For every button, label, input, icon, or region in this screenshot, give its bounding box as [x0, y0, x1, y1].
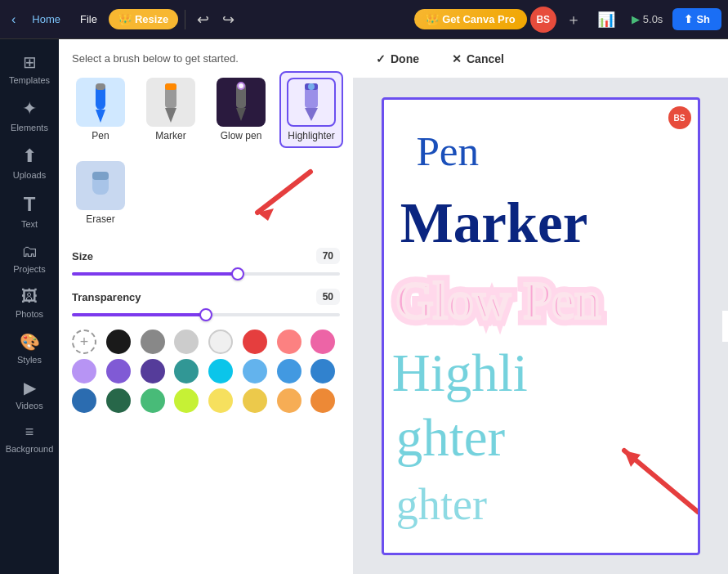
size-slider-thumb[interactable]: [231, 267, 244, 280]
sidebar-item-text[interactable]: T Text: [3, 186, 56, 235]
color-swatch-yellow[interactable]: [208, 388, 233, 413]
share-icon: ⬆: [684, 13, 693, 25]
eraser-label: Eraser: [86, 213, 114, 225]
sidebar-item-styles[interactable]: 🎨 Styles: [3, 325, 56, 371]
color-swatch-teal[interactable]: [174, 359, 199, 383]
brush-pen[interactable]: Pen: [69, 71, 132, 148]
color-swatch-red[interactable]: [243, 330, 267, 354]
transparency-value: 50: [316, 289, 340, 305]
brush-panel: Select a brush below to get started. Pen: [59, 39, 353, 574]
brush-eraser[interactable]: Eraser: [69, 155, 132, 231]
back-chevron-icon[interactable]: ‹: [7, 9, 20, 30]
size-section: Size 70: [59, 241, 353, 282]
crown-icon: 👑: [118, 13, 132, 25]
sidebar-label-uploads: Uploads: [13, 170, 46, 180]
svg-text:Glow Pen: Glow Pen: [395, 272, 600, 330]
sidebar: ⊞ Templates ✦ Elements ⬆ Uploads T Text …: [0, 39, 59, 574]
sidebar-label-text: Text: [21, 219, 38, 229]
avatar[interactable]: BS: [530, 7, 556, 33]
sidebar-item-elements[interactable]: ✦ Elements: [3, 92, 56, 139]
checkmark-icon: ✓: [376, 52, 386, 65]
done-button[interactable]: ✓ Done: [366, 47, 429, 70]
color-swatch-salmon[interactable]: [277, 330, 301, 354]
svg-rect-5: [165, 83, 176, 90]
pen-icon: [76, 78, 125, 127]
color-swatch-purple[interactable]: [106, 359, 131, 383]
sidebar-item-background[interactable]: ≡ Background: [3, 417, 56, 460]
color-swatch-gold[interactable]: [243, 388, 267, 413]
color-swatch-cyan[interactable]: [208, 359, 233, 383]
svg-marker-7: [236, 108, 246, 121]
color-swatch-light-blue[interactable]: [277, 359, 301, 383]
transparency-slider[interactable]: [72, 313, 340, 316]
color-swatch-lavender[interactable]: [72, 359, 96, 383]
topbar: ‹ Home File 👑 Resize ↩ ↪ 👑 Get Canva Pro…: [0, 0, 728, 39]
undo-button[interactable]: ↩: [192, 7, 214, 32]
pen-label: Pen: [92, 130, 109, 141]
svg-rect-2: [96, 83, 105, 90]
marker-icon: [146, 78, 195, 127]
cancel-button[interactable]: ✕ Cancel: [442, 47, 514, 70]
get-pro-button[interactable]: 👑 Get Canva Pro: [414, 9, 527, 29]
sidebar-label-templates: Templates: [9, 75, 50, 85]
color-swatch-hot-pink[interactable]: [310, 330, 335, 354]
chart-button[interactable]: 📊: [591, 7, 622, 32]
add-user-button[interactable]: ＋: [560, 7, 587, 33]
transparency-section: Transparency 50: [59, 282, 353, 323]
svg-point-9: [239, 83, 243, 88]
sidebar-item-templates[interactable]: ⊞ Templates: [3, 46, 56, 92]
transparency-label: Transparency: [72, 291, 141, 303]
transparency-slider-thumb[interactable]: [199, 308, 212, 321]
brush-marker[interactable]: Marker: [139, 71, 203, 148]
color-swatch-add[interactable]: +: [72, 330, 96, 354]
brush-glow-pen[interactable]: Glow pen: [209, 71, 273, 148]
size-slider[interactable]: [72, 272, 340, 276]
svg-marker-1: [96, 110, 105, 123]
color-swatch-white[interactable]: [208, 330, 233, 354]
color-swatch-yellow-green[interactable]: [174, 388, 199, 413]
svg-text:Pen: Pen: [416, 128, 479, 174]
svg-marker-11: [305, 108, 318, 121]
color-swatch-green[interactable]: [141, 388, 165, 413]
color-swatch-black[interactable]: [106, 330, 131, 354]
undo-redo-group: ↩ ↪: [192, 7, 239, 32]
drawing-canvas[interactable]: BS Pen Marker Glow Pen Glow Pen Highli g…: [382, 97, 700, 555]
share-button[interactable]: ⬆ Sh: [672, 8, 721, 30]
color-swatch-light-gray[interactable]: [174, 330, 199, 354]
home-button[interactable]: Home: [24, 8, 69, 30]
svg-rect-15: [92, 172, 109, 180]
color-swatch-indigo[interactable]: [141, 359, 165, 383]
sidebar-item-uploads[interactable]: ⬆ Uploads: [3, 139, 56, 186]
sidebar-item-projects[interactable]: 🗂 Projects: [3, 235, 56, 280]
transparency-label-row: Transparency 50: [72, 289, 340, 305]
color-swatch-orange-light[interactable]: [277, 388, 301, 413]
color-swatch-dark-green[interactable]: [106, 388, 131, 413]
color-swatch-orange[interactable]: [310, 388, 335, 413]
projects-icon: 🗂: [21, 242, 38, 261]
sidebar-item-photos[interactable]: 🖼 Photos: [3, 280, 56, 325]
play-button[interactable]: ▶ 5.0s: [625, 10, 670, 29]
templates-icon: ⊞: [23, 52, 37, 72]
sidebar-label-projects: Projects: [13, 264, 46, 274]
canvas-content: BS Pen Marker Glow Pen Glow Pen Highli g…: [353, 78, 728, 574]
redo-button[interactable]: ↪: [217, 7, 239, 32]
x-icon: ✕: [452, 52, 462, 65]
color-swatch-blue[interactable]: [310, 359, 335, 383]
canvas-toolbar: ✓ Done ✕ Cancel: [353, 39, 728, 78]
svg-text:Marker: Marker: [400, 192, 587, 254]
brush-highlighter[interactable]: Highlighter: [279, 71, 343, 148]
sidebar-item-videos[interactable]: ▶ Videos: [3, 371, 56, 417]
text-icon: T: [24, 193, 36, 216]
color-grid: +: [59, 323, 353, 423]
resize-button[interactable]: 👑 Resize: [109, 9, 178, 29]
uploads-icon: ⬆: [22, 146, 37, 167]
panel-header: Select a brush below to get started.: [59, 39, 353, 71]
color-swatch-navy[interactable]: [72, 388, 96, 413]
color-swatch-gray[interactable]: [141, 330, 165, 354]
collapse-panel-button[interactable]: ‹: [721, 310, 728, 343]
svg-text:ghter: ghter: [395, 408, 505, 467]
styles-icon: 🎨: [20, 332, 40, 352]
color-swatch-sky[interactable]: [243, 359, 267, 383]
highlighter-icon: [287, 78, 336, 127]
file-button[interactable]: File: [72, 8, 105, 30]
